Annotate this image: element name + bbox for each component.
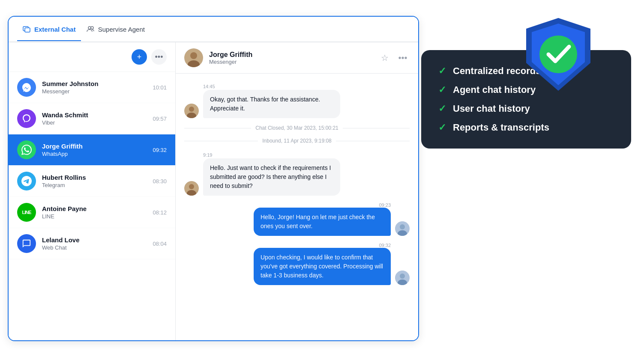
sidebar: + ••• Summer [9,42,176,340]
msg-avatar-agent-2 [395,271,410,285]
avatar-hubert-rollins [17,172,36,190]
contact-time-antoine: 08:12 [153,209,167,216]
tab-external-chat[interactable]: External Chat [17,18,81,41]
system-text-2: Inbound, 11 Apr 2023, 9:19:08 [262,138,331,144]
contact-info-leland: Leland Love Web Chat [42,236,147,251]
message-row-2: 9:19 Hello. Just want to check if the re… [184,151,410,196]
svg-point-19 [539,36,577,73]
sidebar-header: + ••• [9,42,175,72]
chat-contact-platform: Messenger [209,59,372,65]
svg-point-11 [189,184,194,189]
contact-sub-antoine: LINE [42,213,147,220]
chat-more-options-button[interactable]: ••• [396,51,410,65]
shield-wrapper [524,16,597,89]
contact-item-antoine-payne[interactable]: LINE Antoine Payne LINE 08:12 [9,197,175,228]
message-row-3: 09:23 Hello, Jorge! Hang on let me just … [184,202,410,236]
svg-point-2 [88,27,91,29]
contact-item-jorge-griffith[interactable]: Jorge Griffith WhatsApp 09:32 [9,134,175,166]
message-row-4: 09:32 Upon checking, I would like to con… [184,243,410,285]
contact-time-jorge: 09:32 [153,147,167,153]
bubble-4: Upon checking, I would like to confirm t… [254,248,391,285]
new-chat-button[interactable]: + [132,49,147,65]
star-button[interactable]: ☆ [378,51,392,65]
tab-external-chat-label: External Chat [34,26,76,33]
chat-contact-name: Jorge Griffith [209,51,372,59]
supervise-agent-icon [86,25,95,33]
bubble-3: Hello, Jorge! Hang on let me just check … [254,208,391,236]
msg-avatar-agent-1 [395,221,410,236]
check-icon-4: ✓ [438,122,446,133]
contact-info-jorge: Jorge Griffith WhatsApp [42,143,147,157]
svg-point-3 [91,27,93,29]
dots-icon: ••• [155,53,163,62]
chat-header: Jorge Griffith Messenger ☆ ••• [176,42,418,74]
tab-supervise-agent-label: Supervise Agent [98,26,145,33]
contact-item-leland-love[interactable]: Leland Love Web Chat 08:04 [9,228,175,259]
svg-rect-1 [25,28,30,32]
message-group-1: 14:45 Okay, got that. Thanks for the ass… [184,82,340,118]
tab-supervise-agent[interactable]: Supervise Agent [81,18,150,41]
feature-text-3: User chat history [453,103,530,114]
chat-contact-avatar [184,48,203,67]
contact-sub-wanda: Viber [42,119,147,126]
bubble-2: Hello. Just want to check if the require… [203,158,340,196]
contact-sub-hubert: Telegram [42,182,147,188]
chat-header-actions: ☆ ••• [378,51,410,65]
system-divider-1: Chat Closed, 30 Mar 2023, 15:00:21 [184,125,410,131]
content-area: + ••• Summer [9,42,418,340]
contact-item-wanda-schmitt[interactable]: Wanda Schmitt Viber 09:57 [9,103,175,134]
bubble-1: Okay, got that. Thanks for the assistanc… [203,90,340,118]
msg-time-4: 09:32 [379,243,391,248]
contact-list: Summer Johnston Messenger 10:01 [9,72,175,340]
msg-time-3: 09:23 [379,202,391,208]
contact-time-wanda: 09:57 [153,116,167,122]
feature-text-2: Agent chat history [453,84,536,95]
avatar-jorge-griffith [17,140,36,159]
msg-time-2: 9:19 [203,152,212,158]
avatar-summer-johnston [17,78,36,97]
svg-point-8 [189,107,194,112]
contact-item-hubert-rollins[interactable]: Hubert Rollins Telegram 08:30 [9,166,175,197]
contact-name-jorge: Jorge Griffith [42,143,147,150]
check-icon-1: ✓ [438,65,446,77]
svg-point-14 [400,224,405,229]
msg-time-1: 14:45 [203,84,215,89]
svg-point-5 [190,52,197,59]
more-options-button[interactable]: ••• [151,49,167,65]
shield-svg [524,16,593,95]
avatar-wanda-schmitt [17,109,36,128]
contact-name-wanda: Wanda Schmitt [42,111,147,119]
contact-sub-summer: Messenger [42,88,147,95]
contact-name-summer: Summer Johnston [42,80,147,87]
feature-item-4: ✓ Reports & transcripts [438,122,614,133]
feature-item-3: ✓ User chat history [438,103,614,114]
contact-info-hubert: Hubert Rollins Telegram [42,174,147,188]
messages-area: 14:45 Okay, got that. Thanks for the ass… [176,74,418,340]
system-divider-2: Inbound, 11 Apr 2023, 9:19:08 [184,138,410,144]
chat-header-info: Jorge Griffith Messenger [209,51,372,65]
chat-panel: Jorge Griffith Messenger ☆ ••• [176,42,418,340]
system-text-1: Chat Closed, 30 Mar 2023, 15:00:21 [255,125,338,131]
avatar-antoine-payne: LINE [17,203,36,222]
msg-avatar-jorge [184,104,199,118]
contact-sub-jorge: WhatsApp [42,151,147,157]
contact-time-hubert: 08:30 [153,178,167,184]
contact-item-summer-johnston[interactable]: Summer Johnston Messenger 10:01 [9,72,175,103]
tabs-bar: External Chat Supervise Agent [9,17,418,42]
external-chat-icon [22,25,31,33]
page-wrapper: External Chat Supervise Agent [0,0,644,357]
contact-name-leland: Leland Love [42,236,147,244]
msg-avatar-jorge-2 [184,181,199,196]
check-icon-2: ✓ [438,84,446,95]
contact-sub-leland: Web Chat [42,244,147,251]
check-icon-3: ✓ [438,103,446,114]
contact-info-summer: Summer Johnston Messenger [42,80,147,95]
message-row-1: 14:45 Okay, got that. Thanks for the ass… [184,82,410,118]
contact-time-summer: 10:01 [153,84,167,91]
feature-text-4: Reports & transcripts [453,122,549,133]
ui-card: External Chat Supervise Agent [8,16,419,341]
contact-time-leland: 08:04 [153,241,167,247]
contact-info-wanda: Wanda Schmitt Viber [42,111,147,126]
plus-icon: + [137,53,142,62]
avatar-leland-love [17,234,36,253]
